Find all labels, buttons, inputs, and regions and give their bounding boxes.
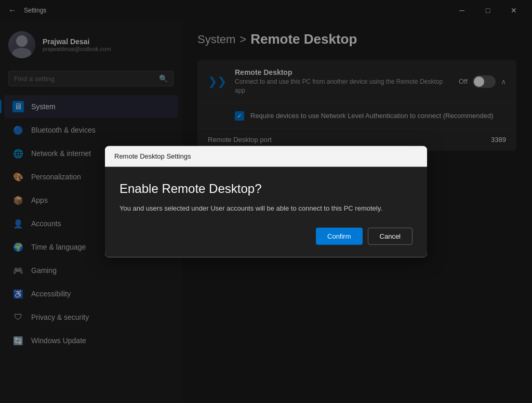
dialog-titlebar: Remote Desktop Settings [105, 146, 427, 166]
confirm-button[interactable]: Confirm [316, 228, 363, 245]
dialog-heading: Enable Remote Desktop? [119, 181, 413, 196]
dialog-body: Enable Remote Desktop? You and users sel… [105, 166, 427, 257]
cancel-button[interactable]: Cancel [368, 228, 413, 245]
app-layout: Prajwal Desai prajwaldesai@outlook.com 🔍… [0, 21, 532, 403]
dialog-actions: Confirm Cancel [119, 228, 413, 245]
remote-desktop-dialog: Remote Desktop Settings Enable Remote De… [105, 146, 427, 257]
dialog-message: You and users selected under User accoun… [119, 203, 413, 213]
